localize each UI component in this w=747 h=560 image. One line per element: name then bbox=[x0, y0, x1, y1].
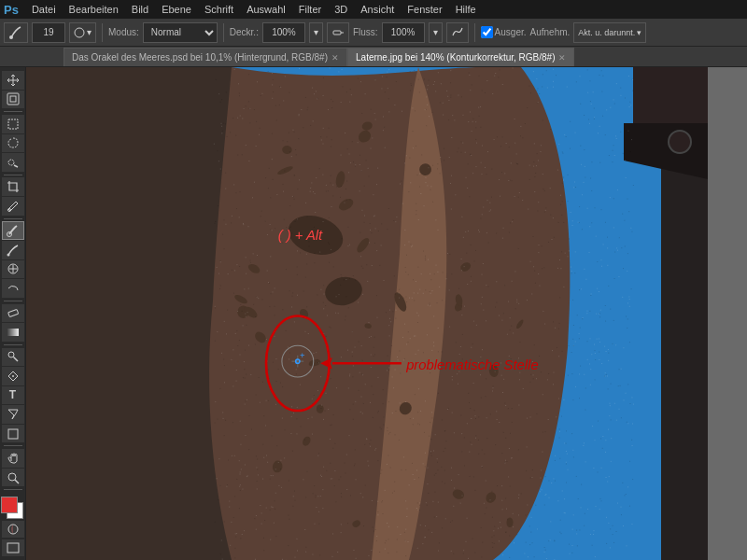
canvas-area[interactable]: ( ) + Alt problematische Stelle + bbox=[26, 67, 747, 560]
tool-dodge[interactable] bbox=[2, 348, 24, 367]
tool-preset-btn[interactable] bbox=[4, 22, 28, 43]
options-toolbar: 19 ▾ Modus: Normal Multiplizieren Abdunk… bbox=[0, 19, 747, 47]
lt-sep3 bbox=[4, 218, 22, 219]
menu-hilfe[interactable]: Hilfe bbox=[450, 2, 482, 17]
svg-point-1 bbox=[75, 28, 84, 37]
brush-options-btn[interactable]: ▾ bbox=[69, 22, 96, 43]
tool-path-select[interactable] bbox=[2, 405, 24, 424]
menu-auswahl[interactable]: Auswahl bbox=[241, 2, 291, 17]
ausger-checkbox[interactable] bbox=[481, 26, 493, 38]
lt-sep1 bbox=[4, 111, 22, 112]
tab-orakel[interactable]: Das Orakel des Meeres.psd bei 10,1% (Hin… bbox=[63, 48, 347, 66]
tab-laterne-title: Laterne.jpg bei 140% (Konturkorrektur, R… bbox=[356, 52, 555, 63]
aufnehm-label: Aufnehm. bbox=[530, 27, 571, 37]
tool-marquee-rect[interactable] bbox=[2, 115, 24, 133]
svg-rect-6 bbox=[8, 119, 18, 129]
smoothing-btn[interactable] bbox=[446, 22, 469, 43]
tab-laterne[interactable]: Laterne.jpg bei 140% (Konturkorrektur, R… bbox=[347, 48, 574, 66]
tool-shape[interactable] bbox=[2, 425, 24, 443]
tool-eyedropper[interactable] bbox=[2, 197, 24, 216]
svg-rect-4 bbox=[7, 93, 19, 105]
fluss-arrow[interactable]: ▾ bbox=[429, 22, 443, 43]
tab-orakel-close[interactable]: ✕ bbox=[331, 53, 339, 63]
menu-bild[interactable]: Bild bbox=[126, 2, 154, 17]
svg-line-22 bbox=[15, 480, 19, 483]
svg-rect-20 bbox=[8, 429, 18, 439]
lt-sep7 bbox=[4, 489, 22, 490]
menu-schrift[interactable]: Schrift bbox=[199, 2, 239, 17]
menu-bar: Ps Datei Bearbeiten Bild Ebene Schrift A… bbox=[0, 0, 747, 19]
screen-mode-btn[interactable] bbox=[2, 539, 24, 556]
modus-select[interactable]: Normal Multiplizieren Abdunkeln bbox=[143, 22, 218, 43]
sep1 bbox=[102, 23, 103, 42]
quick-mask-btn[interactable] bbox=[2, 521, 24, 538]
menu-datei[interactable]: Datei bbox=[26, 2, 62, 17]
svg-point-19 bbox=[12, 375, 14, 377]
main-area: T bbox=[0, 67, 747, 560]
left-toolbar: T bbox=[0, 67, 26, 560]
tool-quick-select[interactable] bbox=[2, 153, 24, 172]
menu-fenster[interactable]: Fenster bbox=[402, 2, 447, 17]
sep3 bbox=[474, 23, 475, 42]
brush-size-input[interactable]: 19 bbox=[32, 22, 65, 43]
tool-artboard[interactable] bbox=[2, 91, 24, 109]
tab-orakel-title: Das Orakel des Meeres.psd bei 10,1% (Hin… bbox=[72, 52, 328, 63]
foreground-color[interactable] bbox=[1, 497, 18, 513]
color-swatches[interactable] bbox=[1, 497, 25, 516]
svg-point-11 bbox=[7, 253, 9, 256]
image-canvas bbox=[26, 67, 708, 560]
svg-point-7 bbox=[8, 160, 14, 165]
svg-point-21 bbox=[8, 473, 16, 481]
svg-rect-5 bbox=[10, 96, 16, 102]
document-tabs: Das Orakel des Meeres.psd bei 10,1% (Hin… bbox=[0, 47, 747, 67]
menu-ansicht[interactable]: Ansicht bbox=[355, 2, 400, 17]
tool-pen[interactable] bbox=[2, 367, 24, 385]
svg-point-0 bbox=[9, 35, 13, 39]
tool-zoom[interactable] bbox=[2, 469, 24, 487]
modus-label: Modus: bbox=[108, 27, 139, 37]
svg-rect-15 bbox=[7, 310, 18, 317]
menu-3d[interactable]: 3D bbox=[329, 2, 353, 17]
svg-rect-16 bbox=[7, 329, 19, 336]
lt-sep5 bbox=[4, 344, 22, 345]
tool-lasso[interactable] bbox=[2, 134, 24, 153]
airbrush-btn[interactable] bbox=[327, 22, 349, 43]
menu-filter[interactable]: Filter bbox=[293, 2, 327, 17]
tool-history-brush[interactable] bbox=[2, 279, 24, 298]
deckr-arrow[interactable]: ▾ bbox=[309, 22, 323, 43]
lt-sep4 bbox=[4, 301, 22, 301]
svg-rect-2 bbox=[333, 31, 341, 35]
tool-gradient[interactable] bbox=[2, 323, 24, 342]
menu-ebene[interactable]: Ebene bbox=[156, 2, 197, 17]
tool-eraser[interactable] bbox=[2, 304, 24, 323]
sep2 bbox=[223, 23, 224, 42]
tool-move[interactable] bbox=[2, 71, 24, 90]
aufnehm-btn[interactable]: Akt. u. darunnt.▾ bbox=[573, 22, 646, 43]
tool-spot-heal[interactable] bbox=[2, 221, 24, 240]
tool-brush[interactable] bbox=[2, 241, 24, 259]
ps-logo: Ps bbox=[4, 3, 19, 17]
tool-crop[interactable] bbox=[2, 177, 24, 196]
svg-line-8 bbox=[14, 165, 18, 167]
fluss-input[interactable]: 100% bbox=[382, 22, 425, 43]
lt-sep6 bbox=[4, 445, 22, 446]
menu-bearbeiten[interactable]: Bearbeiten bbox=[63, 2, 124, 17]
svg-point-17 bbox=[8, 352, 14, 357]
tool-hand[interactable] bbox=[2, 449, 24, 468]
deckr-label: Deckr.: bbox=[230, 27, 259, 37]
tool-clone[interactable] bbox=[2, 260, 24, 279]
svg-rect-24 bbox=[7, 543, 19, 553]
tool-type[interactable]: T bbox=[2, 386, 24, 405]
tab-laterne-close[interactable]: ✕ bbox=[558, 53, 566, 63]
deckr-input[interactable]: 100% bbox=[262, 22, 305, 43]
svg-line-18 bbox=[13, 357, 18, 362]
ausger-checkbox-label[interactable]: Ausger. bbox=[481, 26, 527, 38]
fluss-label: Fluss: bbox=[353, 27, 378, 37]
lt-sep2 bbox=[4, 175, 22, 175]
